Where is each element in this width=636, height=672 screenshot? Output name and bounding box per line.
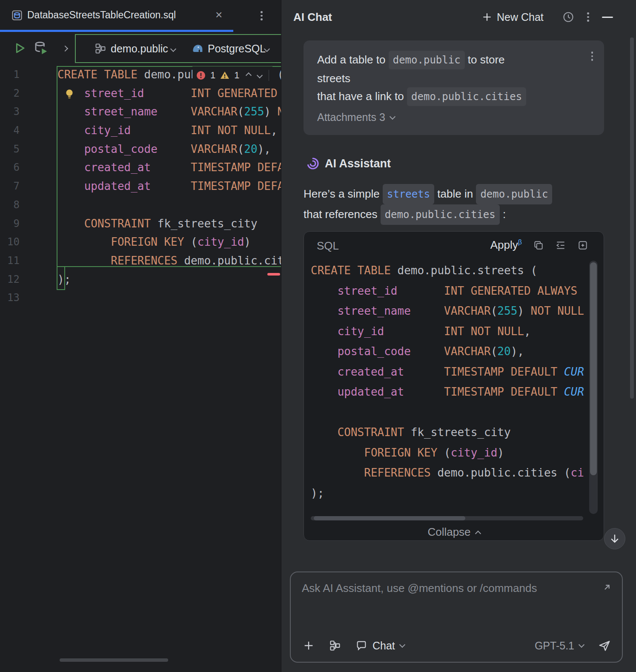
code-line: ); bbox=[311, 483, 584, 504]
send-icon[interactable] bbox=[598, 639, 611, 652]
assistant-name: AI Assistant bbox=[325, 157, 391, 170]
previous-issue-icon[interactable] bbox=[246, 72, 251, 79]
sql-file-icon bbox=[11, 9, 23, 21]
error-count: 1 bbox=[210, 70, 215, 81]
chat-bubble-icon bbox=[355, 640, 367, 652]
editor-pane: DatabaseStreetsTableCreation.sql × bbox=[0, 0, 281, 672]
schema-selector[interactable]: demo.public bbox=[111, 35, 168, 62]
assistant-header: AI Assistant bbox=[306, 157, 391, 170]
cities-chip: demo.public.cities bbox=[381, 204, 500, 225]
error-icon[interactable] bbox=[196, 70, 206, 80]
code-line bbox=[311, 503, 584, 506]
history-clock-icon[interactable] bbox=[562, 11, 574, 23]
schema-chip: demo.public bbox=[389, 51, 465, 69]
run-icon[interactable] bbox=[13, 41, 26, 55]
line-number: 2 bbox=[0, 84, 20, 103]
chat-mode-selector[interactable]: Chat bbox=[355, 640, 404, 652]
line-number: 13 bbox=[0, 289, 20, 307]
code-line: FOREIGN KEY (city_id) bbox=[311, 443, 584, 463]
code-editor[interactable]: 12345678910111213 CREATE TABLE demo.publ… bbox=[0, 65, 281, 672]
inspection-widget: 1 1 bbox=[192, 66, 272, 84]
insert-at-caret-icon[interactable] bbox=[555, 240, 566, 251]
minimize-icon[interactable] bbox=[602, 17, 613, 18]
code-line: CONSTRAINT fk_streets_city bbox=[57, 215, 281, 233]
widget-divider bbox=[269, 70, 269, 81]
code-line: CONSTRAINT fk_streets_city bbox=[311, 422, 584, 443]
schema-icon bbox=[95, 43, 106, 55]
line-number: 3 bbox=[0, 103, 20, 121]
line-number: 4 bbox=[0, 121, 20, 140]
editor-horizontal-scrollbar[interactable] bbox=[60, 658, 168, 662]
collapse-button[interactable]: Collapse bbox=[304, 523, 604, 541]
message-more-icon[interactable] bbox=[591, 52, 593, 61]
user-message-text: Add a table to demo.public to store stre… bbox=[317, 51, 573, 106]
add-context-icon[interactable] bbox=[303, 640, 315, 652]
panel-more-icon[interactable] bbox=[587, 12, 589, 22]
line-number: 9 bbox=[0, 215, 20, 233]
code-snippet-card: SQL Applyβ CREATE TABLE demo bbox=[304, 231, 604, 541]
code-line: created_at TIMESTAMP DEFAULT CURRENT_TIM… bbox=[57, 158, 281, 177]
copy-icon[interactable] bbox=[533, 240, 544, 251]
code-line: postal_code VARCHAR(20), bbox=[311, 342, 584, 362]
streets-chip: streets bbox=[383, 184, 434, 204]
dialect-selector[interactable]: PostgreSQL bbox=[208, 35, 266, 62]
new-chat-button[interactable]: New Chat bbox=[481, 0, 544, 34]
code-line: street_name VARCHAR(255) NOT NULL, bbox=[57, 103, 281, 121]
code-line bbox=[311, 402, 584, 423]
code-line: REFERENCES demo.public.cities (city_id) bbox=[57, 252, 281, 270]
code-line bbox=[57, 196, 281, 215]
code-line: created_at TIMESTAMP DEFAULT CURRENT_TIM… bbox=[311, 362, 584, 382]
snippet-vertical-scrollbar[interactable] bbox=[589, 261, 598, 514]
cities-chip: demo.public.cities bbox=[407, 87, 526, 106]
user-message-card: Add a table to demo.public to store stre… bbox=[304, 40, 604, 135]
lightbulb-intention-icon[interactable] bbox=[65, 89, 74, 100]
editor-tab-bar: DatabaseStreetsTableCreation.sql × bbox=[0, 0, 281, 30]
model-selector[interactable]: GPT-5.1 bbox=[535, 640, 584, 652]
code-line bbox=[57, 289, 281, 307]
snippet-language-label: SQL bbox=[317, 239, 339, 253]
chat-vertical-scrollbar[interactable] bbox=[630, 37, 634, 399]
new-file-icon[interactable] bbox=[577, 240, 588, 251]
code-line: updated_at TIMESTAMP DEFAULT CURRENT_TIM… bbox=[57, 177, 281, 196]
tab-more-icon[interactable] bbox=[261, 11, 263, 20]
line-number: 12 bbox=[0, 270, 20, 289]
panel-title: AI Chat bbox=[293, 0, 332, 34]
snippet-code-area: CREATE TABLE demo.public.streets ( stree… bbox=[311, 261, 584, 506]
apply-button[interactable]: Applyβ bbox=[490, 238, 522, 252]
chevron-down-icon[interactable] bbox=[265, 45, 269, 53]
chat-input[interactable] bbox=[302, 582, 583, 629]
code-line: city_id INT NOT NULL, bbox=[311, 322, 584, 342]
line-number: 5 bbox=[0, 140, 20, 159]
code-line: street_name VARCHAR(255) NOT NULL, bbox=[311, 301, 584, 322]
attachments-toggle[interactable]: Attachments 3 bbox=[317, 111, 395, 123]
plus-icon bbox=[481, 11, 493, 23]
chevron-down-icon[interactable] bbox=[171, 45, 175, 53]
chevron-right-icon[interactable] bbox=[63, 45, 67, 52]
tab-title[interactable]: DatabaseStreetsTableCreation.sql bbox=[27, 0, 176, 30]
warning-icon[interactable] bbox=[220, 70, 230, 80]
scroll-to-bottom-button[interactable] bbox=[604, 528, 625, 549]
line-number: 11 bbox=[0, 252, 20, 270]
execute-on-database-icon[interactable] bbox=[33, 40, 49, 56]
code-line: street_id INT GENERATED ALWAYS AS IDENTI… bbox=[57, 84, 281, 103]
code-line: REFERENCES demo.public.cities (city_id) bbox=[311, 463, 584, 483]
editor-gutter: 12345678910111213 bbox=[0, 66, 20, 307]
code-line: updated_at TIMESTAMP DEFAULT CURRENT_TIM… bbox=[311, 382, 584, 402]
session-selector-group: demo.public PostgreSQL bbox=[75, 34, 289, 63]
postgresql-icon bbox=[191, 42, 204, 55]
code-line: street_id INT GENERATED ALWAYS AS IDENTI… bbox=[311, 281, 584, 302]
attach-schema-icon[interactable] bbox=[329, 640, 341, 652]
line-number: 8 bbox=[0, 196, 20, 215]
code-line: ); bbox=[57, 270, 281, 289]
expand-input-icon[interactable] bbox=[600, 583, 611, 594]
error-underline bbox=[267, 273, 280, 276]
snippet-horizontal-scrollbar[interactable] bbox=[311, 516, 583, 520]
schema-chip: demo.public bbox=[476, 184, 552, 204]
editor-code-area[interactable]: CREATE TABLE demo.public.streets ( stree… bbox=[57, 66, 281, 307]
line-number: 7 bbox=[0, 177, 20, 196]
next-issue-icon[interactable] bbox=[258, 72, 262, 79]
code-line: city_id INT NOT NULL, bbox=[57, 121, 281, 140]
code-line: CREATE TABLE demo.public.streets ( bbox=[311, 261, 584, 281]
ai-chat-panel: AI Chat New Chat Add a table to demo.pub… bbox=[281, 0, 636, 672]
tab-close-icon[interactable]: × bbox=[215, 0, 222, 30]
